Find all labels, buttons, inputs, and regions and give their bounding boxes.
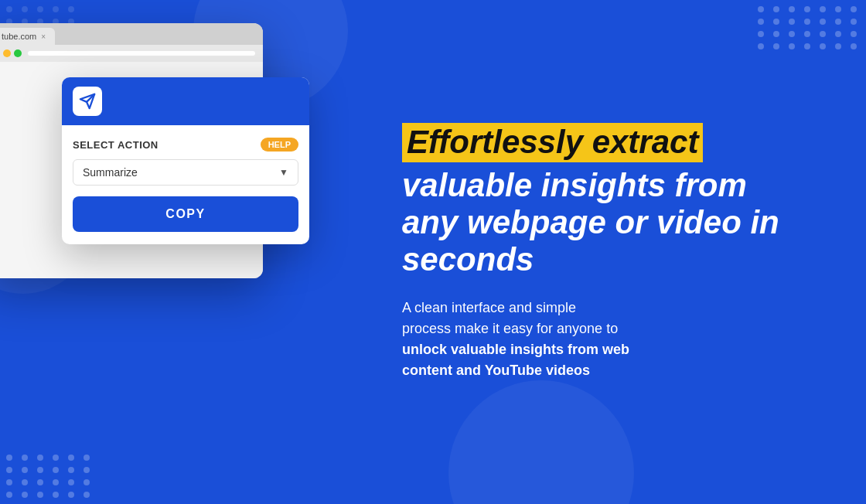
paper-plane-icon bbox=[79, 93, 96, 110]
extension-popup: SELECT ACTION HELP Summarize ▼ COPY bbox=[62, 77, 309, 244]
traffic-lights bbox=[0, 49, 22, 57]
tab-close-icon[interactable]: × bbox=[41, 32, 46, 41]
right-panel: Effortlessly extract valuable insights f… bbox=[387, 0, 866, 504]
traffic-light-yellow bbox=[3, 49, 11, 57]
browser-tab: tube.com × bbox=[0, 28, 55, 45]
dropdown-value: Summarize bbox=[83, 166, 138, 179]
action-dropdown[interactable]: Summarize ▼ bbox=[73, 159, 298, 186]
select-action-label: SELECT ACTION bbox=[73, 139, 159, 151]
help-button[interactable]: HELP bbox=[261, 138, 298, 152]
browser-toolbar bbox=[0, 45, 263, 62]
traffic-light-green bbox=[14, 49, 22, 57]
tab-url: tube.com bbox=[2, 32, 36, 41]
copy-button[interactable]: COPY bbox=[73, 196, 298, 232]
popup-logo bbox=[73, 87, 102, 116]
headline-wrapper: Effortlessly extract valuable insights f… bbox=[402, 123, 843, 278]
headline-highlight: Effortlessly extract bbox=[402, 123, 703, 162]
headline-line3: seconds bbox=[402, 241, 534, 278]
subtext-intro: A clean interface and simpleprocess make… bbox=[402, 300, 618, 336]
address-bar bbox=[28, 51, 255, 56]
popup-header bbox=[62, 77, 309, 125]
headline-line1: valuable insights from bbox=[402, 167, 747, 203]
select-action-row: SELECT ACTION HELP bbox=[73, 138, 298, 152]
headline-line2: any webpage or video in bbox=[402, 204, 779, 240]
popup-body: SELECT ACTION HELP Summarize ▼ COPY bbox=[62, 125, 309, 244]
left-panel: tube.com × bbox=[0, 0, 387, 504]
subtext-bold: unlock valuable insights from webcontent… bbox=[402, 342, 629, 378]
headline-highlight-text: Effortlessly extract bbox=[407, 124, 698, 160]
headline-highlight-block: Effortlessly extract bbox=[402, 123, 843, 165]
subtext: A clean interface and simpleprocess make… bbox=[402, 298, 820, 381]
background: tube.com × bbox=[0, 0, 866, 504]
chevron-down-icon: ▼ bbox=[279, 167, 288, 178]
headline-main: valuable insights from any webpage or vi… bbox=[402, 167, 843, 279]
browser-tab-bar: tube.com × bbox=[0, 23, 263, 45]
